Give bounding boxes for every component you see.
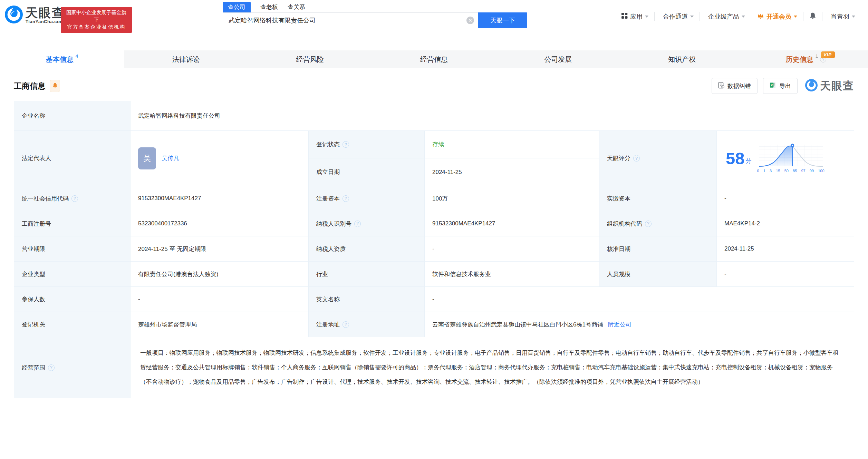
tab-history-info-count: 1: [816, 53, 818, 59]
approval-date-value-cell: 2024-11-25: [716, 236, 854, 261]
help-icon[interactable]: ?: [343, 141, 349, 148]
nav-user-account[interactable]: 肖青羽: [822, 12, 861, 21]
nav-notifications[interactable]: [803, 12, 822, 21]
axis-tick: 50: [784, 169, 789, 173]
search-input[interactable]: [223, 12, 478, 28]
business-scope-label-cell: 经营范围 ?: [14, 337, 130, 398]
tab-company-development-label: 公司发展: [544, 55, 572, 64]
reg-capital-label-cell: 注册资本 ?: [308, 186, 424, 211]
help-icon[interactable]: ?: [645, 221, 652, 227]
nav-open-vip-label: 开通会员: [766, 12, 791, 21]
crown-icon: [757, 13, 764, 21]
tab-basic-info[interactable]: 基本信息 4: [0, 50, 124, 68]
table-row: 企业类型 有限责任公司(港澳台法人独资) 行业 软件和信息技术服务业 人员规模 …: [14, 262, 854, 287]
nav-cooperation[interactable]: 合作通道: [654, 12, 700, 21]
business-scope-value-cell: 一般项目：物联网应用服务；物联网技术服务；物联网技术研发；信息系统集成服务；软件…: [130, 337, 854, 398]
legal-rep-avatar[interactable]: 吴: [138, 147, 156, 169]
reg-status-subrow: 登记状态 ? 存续: [308, 131, 599, 158]
tianyancha-logo[interactable]: 天眼查 TianYanCha.com: [5, 6, 65, 25]
help-icon[interactable]: ?: [633, 155, 640, 162]
business-scope-label: 经营范围: [22, 364, 45, 372]
org-code-value: MAE4KP14-2: [724, 220, 760, 227]
reg-authority-label-cell: 登记机关: [14, 312, 130, 337]
score-value: 58: [726, 150, 745, 166]
insured-count-value-cell: -: [130, 287, 308, 312]
reg-authority-label: 登记机关: [22, 321, 45, 329]
reg-status-label-cell: 登记状态 ?: [308, 131, 424, 158]
help-icon[interactable]: ?: [343, 195, 349, 202]
bell-icon: [52, 82, 58, 90]
credit-code-label: 统一社会信用代码: [22, 195, 69, 203]
company-name-value-cell: 武定哈智网络科技有限责任公司: [130, 101, 854, 130]
reg-address-label: 注册地址: [316, 321, 340, 329]
search-tab-relation[interactable]: 查关系: [288, 2, 305, 12]
svg-text:X: X: [771, 83, 773, 87]
monitor-bell-button[interactable]: [50, 80, 60, 92]
search-button[interactable]: 天眼一下: [478, 12, 527, 28]
data-correction-button[interactable]: 数据纠错: [712, 78, 758, 94]
table-row: 经营范围 ? 一般项目：物联网应用服务；物联网技术服务；物联网技术研发；信息系统…: [14, 337, 854, 398]
score-label: 天眼评分: [607, 154, 630, 162]
tianyancha-watermark: 天眼查: [805, 79, 854, 93]
legal-rep-link[interactable]: 吴传凡: [162, 154, 179, 162]
tab-company-development[interactable]: 公司发展: [496, 50, 620, 68]
bell-icon: [809, 12, 816, 21]
reg-authority-value-cell: 楚雄州市场监督管理局: [130, 312, 308, 337]
business-term-label: 营业期限: [22, 245, 45, 253]
tianyancha-watermark-icon: [805, 79, 818, 93]
english-name-label-cell: 英文名称: [308, 287, 424, 312]
logo-title: 天眼查: [26, 7, 65, 19]
tab-operation-risk[interactable]: 经营风险: [248, 50, 372, 68]
insured-count-value: -: [138, 296, 140, 303]
table-row: 工商注册号 532300400172336 纳税人识别号 ? 91532300M…: [14, 211, 854, 236]
tab-history-info[interactable]: VIP 历史信息 1 ?: [744, 50, 868, 68]
data-correction-label: 数据纠错: [727, 82, 751, 90]
approval-date-label: 核准日期: [607, 245, 630, 253]
establish-date-label-cell: 成立日期: [308, 158, 424, 186]
tab-intellectual-property[interactable]: 知识产权: [620, 50, 744, 68]
legal-rep-label-cell: 法定代表人: [14, 131, 130, 186]
nav-enterprise-products[interactable]: 企业级产品: [700, 12, 751, 21]
export-button[interactable]: X 导出: [763, 78, 798, 94]
top-navigation: 应用 合作通道 企业级产品 开通会员 肖青羽: [616, 0, 861, 33]
reg-status-label: 登记状态: [316, 140, 340, 148]
establish-date-label: 成立日期: [316, 168, 340, 176]
table-row: 法定代表人 吴 吴传凡 登记状态 ? 存续 成立日期 2024-11: [14, 131, 854, 186]
axis-tick: 0: [757, 169, 759, 173]
taxpayer-id-label-cell: 纳税人识别号 ?: [308, 211, 424, 236]
chevron-down-icon: [794, 16, 797, 18]
industry-value-cell: 软件和信息技术服务业: [424, 262, 599, 286]
tab-basic-info-label: 基本信息: [46, 55, 74, 64]
nav-enterprise-products-label: 企业级产品: [708, 12, 739, 21]
search-tab-company[interactable]: 查公司: [223, 2, 251, 12]
help-icon[interactable]: ?: [71, 195, 78, 202]
tab-legal-proceedings[interactable]: 法律诉讼: [124, 50, 248, 68]
search-tab-boss[interactable]: 查老板: [260, 2, 278, 12]
chevron-down-icon: [690, 16, 694, 18]
paid-capital-label-cell: 实缴资本: [599, 186, 716, 211]
company-name-label-cell: 企业名称: [14, 101, 130, 130]
help-icon[interactable]: ?: [354, 221, 361, 227]
nav-open-vip[interactable]: 开通会员: [751, 12, 803, 21]
status-date-subtable: 登记状态 ? 存续 成立日期 2024-11-25: [308, 131, 599, 186]
axis-tick: 15: [776, 169, 780, 173]
legal-rep-label: 法定代表人: [22, 154, 51, 162]
staff-size-label-cell: 人员规模: [599, 262, 716, 286]
help-icon[interactable]: ?: [343, 321, 349, 328]
tab-operation-info[interactable]: 经营信息: [372, 50, 496, 68]
insured-count-label: 参保人数: [22, 295, 45, 303]
english-name-value: -: [432, 296, 434, 303]
reg-address-value: 云南省楚雄彝族自治州武定县狮山镇中马社区白凹小区6栋1号商铺: [432, 321, 603, 329]
clear-search-icon[interactable]: ✕: [466, 17, 474, 24]
nav-apps-label: 应用: [630, 12, 643, 21]
english-name-label: 英文名称: [316, 295, 340, 303]
business-term-label-cell: 营业期限: [14, 236, 130, 261]
section-actions: 数据纠错 X 导出 天眼查: [706, 78, 854, 94]
nearby-companies-link[interactable]: 附近公司: [608, 321, 631, 329]
staff-size-value: -: [724, 271, 726, 277]
help-icon[interactable]: ?: [48, 364, 55, 371]
nav-apps[interactable]: 应用: [616, 12, 654, 21]
reg-authority-value: 楚雄州市场监督管理局: [138, 321, 197, 329]
axis-tick: 3: [770, 169, 772, 173]
reg-status-value: 存续: [432, 140, 444, 148]
